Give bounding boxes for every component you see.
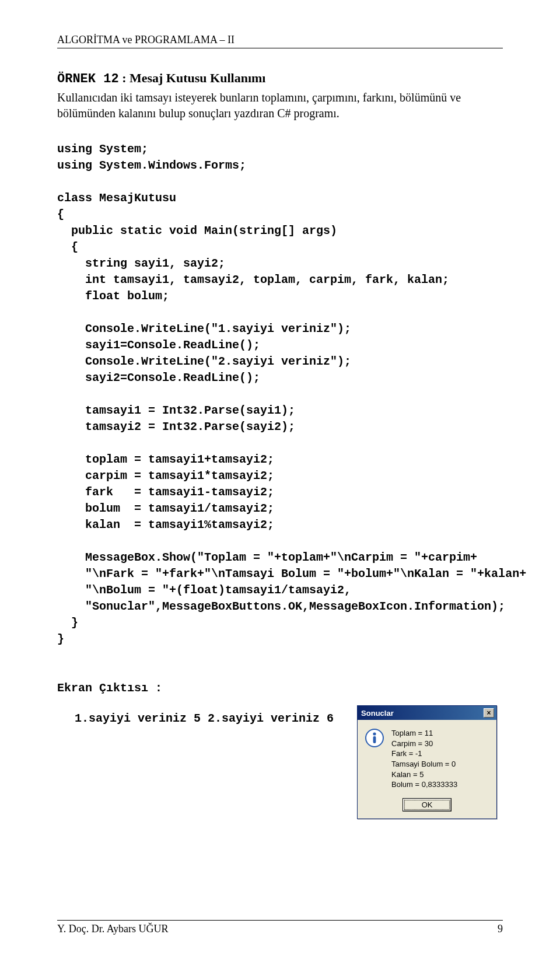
example-subtitle: : Mesaj Kutusu Kullanımı	[119, 71, 266, 85]
close-button[interactable]: ×	[484, 708, 494, 718]
intro-paragraph: Kullanıcıdan iki tamsayı isteyerek bunla…	[57, 90, 503, 121]
example-number: ÖRNEK 12	[57, 72, 119, 86]
message-box-text: Toplam = 11 Carpim = 30 Fark = -1 Tamsay…	[391, 728, 457, 789]
header-rule	[57, 48, 503, 48]
output-row: 1.sayiyi veriniz 5 2.sayiyi veriniz 6 So…	[57, 708, 503, 818]
output-label: Ekran Çıktısı :	[57, 681, 503, 695]
message-box: Sonuclar × Toplam = 11 Carpim = 30 Fark …	[357, 705, 497, 818]
page-footer: Y. Doç. Dr. Aybars UĞUR 9	[57, 920, 503, 935]
example-title: ÖRNEK 12 : Mesaj Kutusu Kullanımı	[57, 71, 503, 86]
ok-button[interactable]: OK	[402, 798, 452, 811]
message-box-body: Toplam = 11 Carpim = 30 Fark = -1 Tamsay…	[358, 720, 496, 795]
info-icon	[365, 728, 384, 748]
message-box-button-row: OK	[358, 796, 496, 818]
svg-rect-2	[373, 736, 376, 743]
svg-point-1	[373, 733, 376, 736]
code-block: using System; using System.Windows.Forms…	[57, 141, 503, 648]
footer-rule	[57, 920, 503, 921]
console-output: 1.sayiyi veriniz 5 2.sayiyi veriniz 6	[57, 708, 334, 730]
page-header: ALGORİTMA ve PROGRAMLAMA – II	[57, 34, 503, 46]
message-box-titlebar: Sonuclar ×	[358, 706, 496, 720]
footer-author: Y. Doç. Dr. Aybars UĞUR	[57, 923, 169, 935]
message-box-title: Sonuclar	[361, 709, 394, 718]
page-number: 9	[498, 923, 503, 935]
